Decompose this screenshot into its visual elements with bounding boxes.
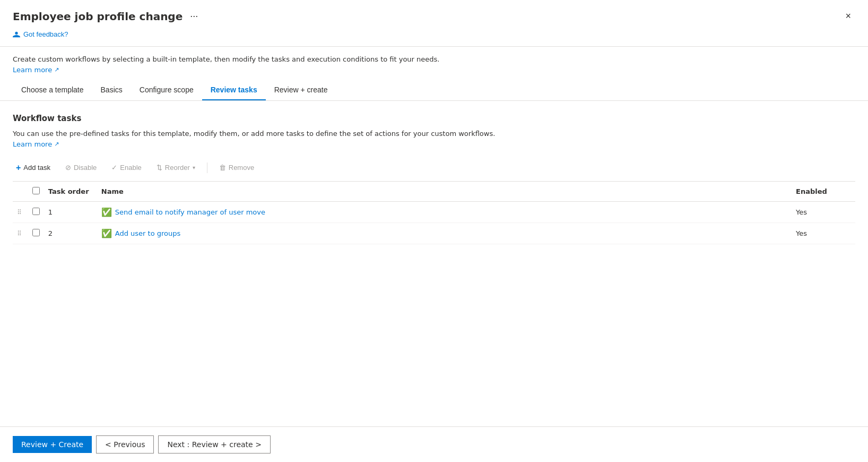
reorder-button[interactable]: ⇅ Reorder ▾: [153, 161, 198, 174]
check-circle-icon-1: ✅: [101, 207, 112, 217]
remove-button[interactable]: 🗑 Remove: [216, 161, 257, 174]
task-toolbar: + Add task ⊘ Disable ✓ Enable ⇅ Reorder …: [13, 155, 855, 182]
disable-icon: ⊘: [65, 164, 71, 172]
tab-basics[interactable]: Basics: [92, 80, 131, 100]
row-checkbox-2[interactable]: [32, 229, 40, 236]
learn-more-link-section[interactable]: Learn more ↗: [13, 140, 59, 148]
table-row: ⠿ 2 ✅ Add user to groups Yes: [13, 223, 855, 244]
row-name-2: ✅ Add user to groups: [97, 223, 792, 244]
row-order-2: 2: [44, 223, 97, 244]
toolbar-separator: [207, 162, 207, 173]
feedback-bar: Got feedback?: [0, 28, 868, 46]
row-order-1: 1: [44, 201, 97, 223]
tab-choose-template[interactable]: Choose a template: [13, 80, 92, 100]
drag-handle-icon-2: ⠿: [17, 230, 22, 237]
description-text: Create custom workflows by selecting a b…: [13, 55, 855, 63]
check-circle-icon-2: ✅: [101, 228, 112, 238]
description-area: Create custom workflows by selecting a b…: [0, 47, 868, 74]
select-all-checkbox[interactable]: [32, 187, 40, 194]
col-order-header: Task order: [44, 182, 97, 202]
footer: Review + Create < Previous Next : Review…: [0, 426, 868, 462]
learn-more-link-top[interactable]: Learn more ↗: [13, 66, 59, 74]
feedback-button[interactable]: Got feedback?: [13, 30, 68, 38]
drag-handle-icon: ⠿: [17, 209, 22, 216]
col-name-header: Name: [97, 182, 792, 202]
col-check-header: [28, 182, 44, 202]
tabs-nav: Choose a template Basics Configure scope…: [0, 74, 868, 101]
ellipsis-button[interactable]: ···: [187, 10, 201, 23]
external-link-icon-2: ↗: [54, 141, 59, 148]
next-button[interactable]: Next : Review + create >: [158, 435, 270, 454]
page-title: Employee job profile change: [13, 10, 183, 23]
drag-handle-cell-2: ⠿: [13, 223, 28, 244]
reorder-icon: ⇅: [157, 164, 162, 172]
enable-button[interactable]: ✓ Enable: [108, 161, 144, 174]
task-name-link-1[interactable]: ✅ Send email to notify manager of user m…: [101, 207, 265, 217]
table-row: ⠿ 1 ✅ Send email to notify manager of us…: [13, 201, 855, 223]
col-handle-header: [13, 182, 28, 202]
review-create-button[interactable]: Review + Create: [13, 436, 92, 453]
person-feedback-icon: [13, 31, 20, 38]
row-name-1: ✅ Send email to notify manager of user m…: [97, 201, 792, 223]
enable-icon: ✓: [111, 164, 117, 172]
tab-configure-scope[interactable]: Configure scope: [131, 80, 202, 100]
row-enabled-2: Yes: [792, 223, 855, 244]
row-check-cell-2: [28, 223, 44, 244]
plus-icon: +: [16, 163, 21, 173]
task-table: Task order Name Enabled ⠿ 1 ✅ Send email…: [13, 182, 855, 244]
tab-review-tasks[interactable]: Review tasks: [202, 80, 266, 100]
close-button[interactable]: ×: [841, 8, 855, 24]
previous-button[interactable]: < Previous: [96, 435, 154, 454]
top-bar: Employee job profile change ··· ×: [0, 0, 868, 28]
section-title: Workflow tasks: [13, 114, 855, 123]
task-name-link-2[interactable]: ✅ Add user to groups: [101, 228, 181, 238]
col-enabled-header: Enabled: [792, 182, 855, 202]
add-task-button[interactable]: + Add task: [13, 161, 54, 175]
main-content: Workflow tasks You can use the pre-defin…: [0, 101, 868, 427]
table-header-row: Task order Name Enabled: [13, 182, 855, 202]
title-area: Employee job profile change ···: [13, 10, 201, 23]
tab-review-create[interactable]: Review + create: [266, 80, 336, 100]
section-description: You can use the pre-defined tasks for th…: [13, 130, 855, 138]
external-link-icon: ↗: [54, 66, 59, 73]
drag-handle-cell: ⠿: [13, 201, 28, 223]
row-checkbox-1[interactable]: [32, 208, 40, 215]
disable-button[interactable]: ⊘ Disable: [62, 161, 100, 174]
row-check-cell-1: [28, 201, 44, 223]
row-enabled-1: Yes: [792, 201, 855, 223]
chevron-down-icon: ▾: [193, 165, 195, 170]
trash-icon: 🗑: [219, 164, 226, 172]
